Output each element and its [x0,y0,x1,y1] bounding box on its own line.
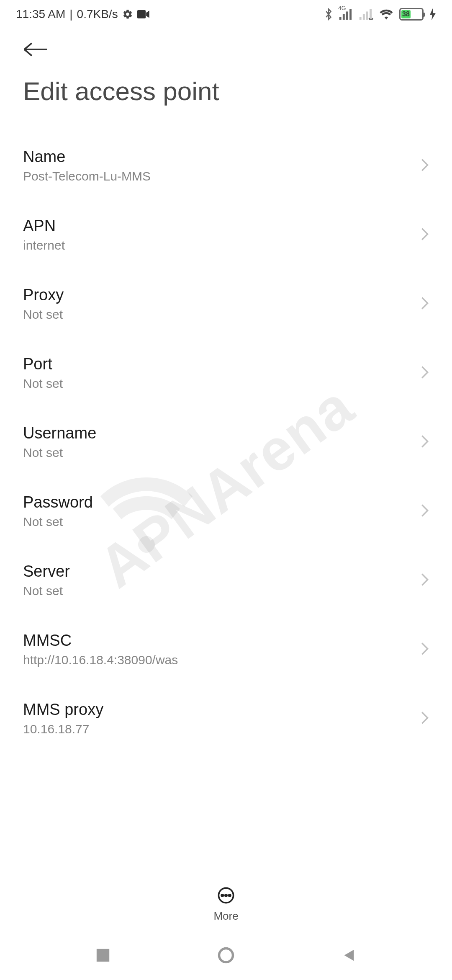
chevron-right-icon [421,227,429,243]
settings-label: MMSC [23,632,178,650]
settings-label: Username [23,424,96,442]
chevron-right-icon [421,158,429,174]
settings-label: Password [23,493,93,511]
chevron-right-icon [421,434,429,450]
svg-rect-6 [363,14,365,20]
wifi-icon [379,9,393,20]
svg-rect-7 [366,12,368,20]
status-bar: 11:35 AM | 0.7KB/s 4G 38 [0,0,452,28]
battery-percent: 38 [401,10,411,18]
svg-point-14 [219,949,233,962]
settings-item-mms-proxy[interactable]: MMS proxy 10.16.18.77 [23,684,429,753]
chevron-right-icon [421,642,429,658]
status-left: 11:35 AM | 0.7KB/s [16,8,150,21]
settings-label: APN [23,217,65,235]
svg-rect-5 [360,17,362,20]
svg-rect-13 [96,949,109,962]
settings-label: Name [23,148,151,166]
back-button[interactable] [0,28,452,59]
chevron-right-icon [421,296,429,312]
settings-item-proxy[interactable]: Proxy Not set [23,269,429,338]
signal-nosim-icon [359,9,373,20]
settings-value: 10.16.18.77 [23,722,103,736]
status-data-rate: 0.7KB/s [77,8,118,21]
settings-item-port[interactable]: Port Not set [23,338,429,407]
chevron-right-icon [421,573,429,588]
svg-rect-3 [346,12,348,20]
settings-item-name[interactable]: Name Post-Telecom-Lu-MMS [23,131,429,200]
settings-value: internet [23,238,65,253]
nav-back-button[interactable] [341,947,357,965]
settings-item-server[interactable]: Server Not set [23,546,429,615]
svg-rect-4 [349,9,352,20]
settings-value: Not set [23,446,96,460]
settings-value: Post-Telecom-Lu-MMS [23,169,151,183]
video-icon [137,10,150,19]
more-icon [217,886,235,906]
svg-rect-1 [339,17,342,20]
more-button[interactable]: More [0,874,452,932]
settings-item-username[interactable]: Username Not set [23,407,429,477]
settings-value: Not set [23,584,70,598]
settings-item-password[interactable]: Password Not set [23,477,429,546]
svg-rect-0 [137,10,146,18]
settings-label: Server [23,562,70,580]
arrow-left-icon [23,41,48,58]
settings-list: Name Post-Telecom-Lu-MMS APN internet Pr… [0,131,452,910]
charging-icon [429,8,436,20]
settings-value: http://10.16.18.4:38090/was [23,653,178,667]
gear-icon [122,9,133,20]
signal-4g-icon: 4G [339,9,353,20]
nav-home-button[interactable] [217,946,235,966]
settings-value: Not set [23,377,63,391]
settings-item-apn[interactable]: APN internet [23,200,429,269]
chevron-right-icon [421,711,429,727]
settings-item-mmsc[interactable]: MMSC http://10.16.18.4:38090/was [23,615,429,684]
page-title: Edit access point [0,59,452,131]
settings-label: Port [23,355,63,373]
svg-rect-2 [343,14,345,20]
status-time: 11:35 AM [16,8,65,21]
chevron-right-icon [421,503,429,519]
status-right: 4G 38 [324,8,436,21]
status-separator: | [69,8,72,21]
bluetooth-icon [324,8,333,21]
nav-bar [0,932,452,980]
more-label: More [213,910,238,923]
svg-point-11 [225,895,227,896]
settings-label: Proxy [23,286,64,304]
battery-icon: 38 [399,8,424,21]
chevron-right-icon [421,365,429,381]
svg-point-10 [221,895,223,896]
settings-label: MMS proxy [23,701,103,719]
svg-rect-8 [370,9,372,20]
nav-recent-button[interactable] [95,947,111,965]
svg-point-12 [229,895,231,896]
settings-value: Not set [23,515,93,529]
settings-value: Not set [23,307,64,322]
